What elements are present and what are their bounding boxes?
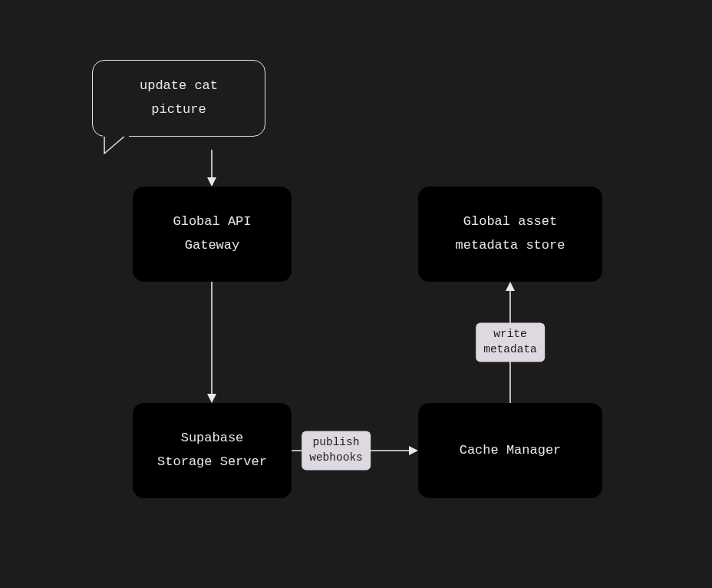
node-api-gateway-line2: Gateway — [185, 234, 239, 258]
edge-label-write-metadata: write metadata — [476, 322, 545, 362]
bubble-line2: picture — [151, 98, 206, 122]
edge-label-line2: webhooks — [309, 451, 363, 464]
edge-label-line2: metadata — [483, 343, 537, 355]
edge-label-publish-webhooks: publish webhooks — [302, 431, 371, 470]
arrow-head-icon — [409, 446, 418, 455]
speech-bubble-tail-icon — [103, 135, 129, 157]
arrow-head-icon — [506, 282, 515, 291]
node-cache-manager: Cache Manager — [418, 403, 602, 498]
arrow-head-icon — [207, 177, 216, 187]
node-metadata-store: Global asset metadata store — [418, 187, 602, 282]
node-storage-server-line2: Storage Server — [157, 451, 267, 474]
node-storage-server: Supabase Storage Server — [133, 403, 292, 498]
node-api-gateway-line1: Global API — [173, 210, 251, 234]
node-metadata-store-line1: Global asset — [463, 210, 557, 234]
node-cache-manager-line1: Cache Manager — [460, 439, 562, 463]
node-api-gateway: Global API Gateway — [133, 187, 292, 282]
edge-label-line1: publish — [313, 436, 360, 448]
diagram-canvas: update cat picture Global API Gateway Su… — [0, 0, 712, 588]
input-speech-bubble: update cat picture — [92, 60, 265, 137]
svg-rect-0 — [103, 134, 129, 137]
edge-label-line1: write — [493, 328, 527, 340]
node-storage-server-line1: Supabase — [181, 427, 244, 451]
bubble-line1: update cat — [140, 74, 218, 98]
arrow-head-icon — [207, 394, 216, 403]
node-metadata-store-line2: metadata store — [456, 234, 565, 258]
